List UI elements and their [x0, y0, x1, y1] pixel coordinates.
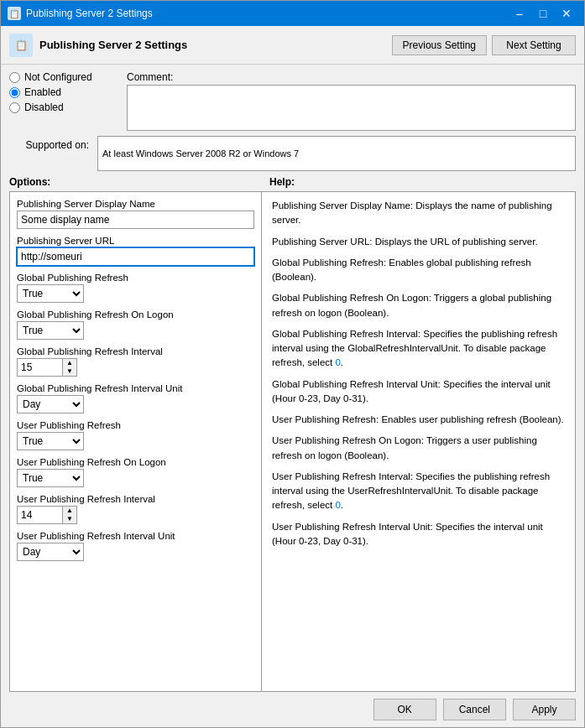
previous-setting-button[interactable]: Previous Setting [392, 35, 487, 55]
url-input[interactable] [17, 247, 254, 266]
not-configured-radio[interactable] [9, 72, 20, 83]
global-refresh-interval-unit-label: Global Publishing Refresh Interval Unit [17, 383, 254, 393]
options-label: Options: [9, 176, 261, 188]
disabled-radio[interactable] [9, 102, 20, 113]
user-refresh-interval-unit-label: User Publishing Refresh Interval Unit [17, 531, 254, 541]
user-refresh-interval-unit-group: User Publishing Refresh Interval Unit Da… [17, 531, 254, 561]
help-link-1[interactable]: 0 [335, 500, 340, 510]
global-refresh-interval-spinner: ▲ ▼ [17, 358, 254, 377]
help-line-1: Publishing Server Display Name: Displays… [272, 199, 565, 228]
not-configured-option[interactable]: Not Configured [9, 71, 118, 83]
global-refresh-interval-input[interactable] [17, 358, 63, 377]
enabled-radio[interactable] [9, 87, 20, 98]
help-link-0[interactable]: 0 [335, 357, 340, 367]
global-refresh-logon-label: Global Publishing Refresh On Logon [17, 309, 254, 320]
header-title: Publishing Server 2 Settings [39, 39, 187, 51]
help-label: Help: [261, 176, 576, 188]
display-name-group: Publishing Server Display Name [17, 199, 254, 229]
global-refresh-interval-group: Global Publishing Refresh Interval ▲ ▼ [17, 346, 254, 377]
not-configured-label: Not Configured [24, 71, 92, 83]
right-panel: Publishing Server Display Name: Displays… [262, 192, 575, 691]
user-refresh-interval-group: User Publishing Refresh Interval ▲ ▼ [17, 494, 254, 524]
supported-section: Supported on: At least Windows Server 20… [9, 136, 576, 171]
header-left: 📋 Publishing Server 2 Settings [9, 34, 187, 57]
user-refresh-logon-label: User Publishing Refresh On Logon [17, 457, 254, 467]
user-refresh-interval-up[interactable]: ▲ [63, 507, 76, 515]
supported-value: At least Windows Server 2008 R2 or Windo… [97, 136, 576, 171]
help-line-9: User Publishing Refresh Interval: Specif… [272, 470, 565, 513]
help-line-3: Global Publishing Refresh: Enables globa… [272, 256, 565, 285]
disabled-option[interactable]: Disabled [9, 101, 118, 113]
user-refresh-interval-spinner-btns: ▲ ▼ [63, 506, 77, 524]
title-bar: 📋 Publishing Server 2 Settings – □ ✕ [1, 1, 584, 26]
ok-button[interactable]: OK [373, 699, 436, 720]
minimize-button[interactable]: – [509, 5, 530, 22]
comment-section: Comment: [127, 71, 576, 131]
user-refresh-interval-spinner: ▲ ▼ [17, 506, 254, 524]
url-label: Publishing Server URL [17, 236, 254, 246]
user-refresh-logon-group: User Publishing Refresh On Logon True Fa… [17, 457, 254, 487]
global-refresh-interval-down[interactable]: ▼ [63, 367, 76, 376]
help-line-6: Global Publishing Refresh Interval Unit:… [272, 377, 565, 407]
enabled-label: Enabled [24, 86, 61, 98]
global-refresh-interval-spinner-btns: ▲ ▼ [63, 358, 77, 377]
apply-button[interactable]: Apply [513, 699, 576, 720]
user-refresh-select[interactable]: True False [17, 432, 84, 450]
maximize-button[interactable]: □ [532, 5, 554, 22]
user-refresh-interval-input[interactable] [17, 506, 63, 524]
user-refresh-interval-label: User Publishing Refresh Interval [17, 494, 254, 504]
global-refresh-logon-select[interactable]: True False [17, 321, 84, 340]
header-buttons: Previous Setting Next Setting [392, 35, 576, 55]
enabled-option[interactable]: Enabled [9, 86, 118, 98]
display-name-input[interactable] [17, 211, 254, 229]
global-refresh-logon-group: Global Publishing Refresh On Logon True … [17, 309, 254, 340]
global-refresh-interval-unit-select[interactable]: Day Hour [17, 395, 84, 413]
window-title: Publishing Server 2 Settings [26, 8, 153, 19]
global-refresh-interval-up[interactable]: ▲ [63, 359, 76, 367]
help-line-2: Publishing Server URL: Displays the URL … [272, 235, 565, 249]
help-line-7: User Publishing Refresh: Enables user pu… [272, 413, 565, 427]
supported-label: Supported on: [9, 139, 89, 151]
user-refresh-group: User Publishing Refresh True False [17, 420, 254, 450]
left-panel: Publishing Server Display Name Publishin… [10, 192, 262, 691]
url-group: Publishing Server URL [17, 236, 254, 266]
config-section: Not Configured Enabled Disabled Comment: [9, 71, 576, 131]
footer: OK Cancel Apply [1, 692, 584, 727]
disabled-label: Disabled [24, 101, 64, 113]
main-window: 📋 Publishing Server 2 Settings – □ ✕ 📋 P… [0, 0, 585, 728]
user-refresh-label: User Publishing Refresh [17, 420, 254, 430]
header-icon: 📋 [9, 34, 33, 57]
help-line-8: User Publishing Refresh On Logon: Trigge… [272, 434, 565, 463]
global-refresh-group: Global Publishing Refresh True False [17, 273, 254, 303]
section-labels: Options: Help: [9, 176, 576, 188]
window-controls: – □ ✕ [509, 5, 577, 22]
help-line-10: User Publishing Refresh Interval Unit: S… [272, 520, 565, 549]
radio-group: Not Configured Enabled Disabled [9, 71, 118, 131]
header-bar: 📋 Publishing Server 2 Settings Previous … [1, 26, 584, 65]
main-content: Not Configured Enabled Disabled Comment:… [1, 65, 584, 692]
global-refresh-select[interactable]: True False [17, 284, 84, 303]
comment-label: Comment: [127, 71, 576, 83]
display-name-label: Publishing Server Display Name [17, 199, 254, 209]
comment-textarea[interactable] [127, 85, 576, 131]
global-refresh-label: Global Publishing Refresh [17, 273, 254, 283]
help-line-4: Global Publishing Refresh On Logon: Trig… [272, 291, 565, 320]
global-refresh-interval-label: Global Publishing Refresh Interval [17, 346, 254, 356]
next-setting-button[interactable]: Next Setting [492, 35, 576, 55]
close-button[interactable]: ✕ [556, 5, 577, 22]
user-refresh-interval-down[interactable]: ▼ [63, 515, 76, 523]
panels-container: Publishing Server Display Name Publishin… [9, 191, 576, 692]
user-refresh-logon-select[interactable]: True False [17, 469, 84, 487]
cancel-button[interactable]: Cancel [443, 699, 506, 720]
global-refresh-interval-unit-group: Global Publishing Refresh Interval Unit … [17, 383, 254, 413]
help-line-5: Global Publishing Refresh Interval: Spec… [272, 327, 565, 371]
window-icon: 📋 [8, 7, 21, 20]
user-refresh-interval-unit-select[interactable]: Day Hour [17, 543, 84, 561]
